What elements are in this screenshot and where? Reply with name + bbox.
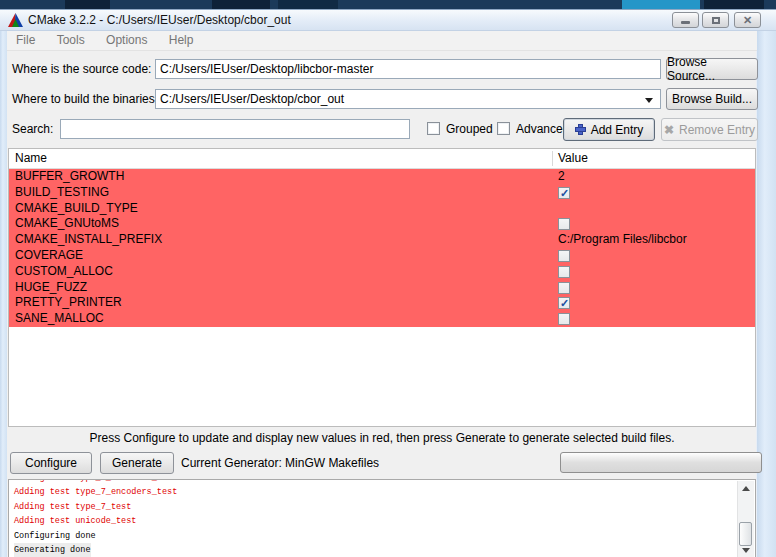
- cache-entry-value[interactable]: C:/Program Files/libcbor: [558, 232, 687, 248]
- cmake-logo-icon: [8, 13, 23, 28]
- menu-file[interactable]: File: [7, 31, 44, 50]
- generate-button[interactable]: Generate: [100, 452, 174, 474]
- configure-button[interactable]: Configure: [10, 452, 92, 474]
- window-title: CMake 3.2.2 - C:/Users/IEUser/Desktop/cb…: [28, 10, 291, 31]
- configure-label: Configure: [25, 456, 77, 470]
- log-scrollbar[interactable]: [737, 481, 754, 557]
- desktop-edge-segment: [704, 0, 764, 9]
- cache-entry-row[interactable]: HUGE_FUZZ: [9, 280, 755, 296]
- cache-entry-name: CMAKE_GNUtoMS: [15, 216, 119, 232]
- browse-build-label: Browse Build...: [672, 92, 752, 106]
- menu-bar: File Tools Options Help: [7, 31, 757, 51]
- cache-entry-row[interactable]: BUFFER_GROWTH2: [9, 169, 755, 185]
- cache-entry-name: SANE_MALLOC: [15, 311, 104, 327]
- cache-entry-row[interactable]: PRETTY_PRINTER: [9, 295, 755, 311]
- log-line: Adding test type_7_encoders_test: [14, 485, 177, 499]
- browse-source-button[interactable]: Browse Source...: [666, 58, 758, 80]
- desktop-edge-segment: [212, 0, 270, 9]
- advanced-label[interactable]: Advanced: [516, 119, 569, 139]
- close-icon: ✕: [743, 15, 752, 26]
- down-arrow-icon: [742, 548, 750, 553]
- value-checkbox-unchecked[interactable]: [558, 250, 570, 262]
- build-path-combobox[interactable]: C:/Users/IEUser/Desktop/cbor_out: [155, 89, 661, 109]
- dropdown-arrow-icon[interactable]: [645, 98, 653, 103]
- log-line: Configuring done: [14, 529, 96, 543]
- build-binaries-label: Where to build the binaries:: [12, 89, 158, 109]
- search-input[interactable]: [60, 119, 410, 139]
- log-lines: Adding test type_6_encoders_testAdding t…: [14, 482, 735, 557]
- cache-entry-row[interactable]: CUSTOM_ALLOC: [9, 264, 755, 280]
- value-checkbox-unchecked[interactable]: [558, 218, 570, 230]
- cmake-gui-window: CMake 3.2.2 - C:/Users/IEUser/Desktop/cb…: [0, 0, 776, 557]
- window-frame-left: [0, 31, 7, 557]
- maximize-button[interactable]: [702, 12, 729, 28]
- cache-rows: BUFFER_GROWTH2BUILD_TESTINGCMAKE_BUILD_T…: [9, 169, 755, 327]
- progress-bar: [560, 452, 762, 473]
- add-entry-button[interactable]: Add Entry: [563, 118, 655, 141]
- build-path-value: C:/Users/IEUser/Desktop/cbor_out: [160, 92, 344, 106]
- search-label: Search:: [12, 119, 53, 139]
- minimize-icon: [681, 21, 690, 24]
- cache-entry-row[interactable]: CMAKE_BUILD_TYPE: [9, 201, 755, 217]
- log-line: Adding test type_7_test: [14, 500, 131, 514]
- cache-entry-row[interactable]: CMAKE_INSTALL_PREFIXC:/Program Files/lib…: [9, 232, 755, 248]
- cache-entry-name: COVERAGE: [15, 248, 83, 264]
- value-checkbox-unchecked[interactable]: [558, 282, 570, 294]
- advanced-checkbox[interactable]: [497, 122, 510, 135]
- generate-label: Generate: [112, 456, 162, 470]
- output-log[interactable]: Adding test type_6_encoders_testAdding t…: [8, 479, 756, 557]
- remove-entry-label: Remove Entry: [679, 123, 755, 137]
- column-header-name[interactable]: Name: [15, 149, 47, 168]
- column-header-value[interactable]: Value: [558, 149, 588, 168]
- cache-table-header: Name Value: [9, 149, 755, 169]
- cache-entry-name: CUSTOM_ALLOC: [15, 264, 113, 280]
- browse-build-button[interactable]: Browse Build...: [666, 88, 758, 110]
- scroll-down-button[interactable]: [738, 543, 754, 557]
- grouped-label[interactable]: Grouped: [446, 119, 493, 139]
- cache-table[interactable]: Name Value BUFFER_GROWTH2BUILD_TESTINGCM…: [8, 148, 756, 427]
- source-code-label: Where is the source code:: [12, 59, 151, 79]
- cache-entry-row[interactable]: COVERAGE: [9, 248, 755, 264]
- up-arrow-icon: [742, 486, 750, 491]
- x-icon: ✖: [664, 123, 674, 137]
- current-generator-text: Current Generator: MinGW Makefiles: [181, 452, 379, 474]
- scroll-up-button[interactable]: [738, 481, 754, 495]
- value-checkbox-checked[interactable]: [558, 187, 570, 199]
- cache-entry-row[interactable]: BUILD_TESTING: [9, 185, 755, 201]
- close-button[interactable]: ✕: [734, 12, 761, 28]
- minimize-button[interactable]: [672, 12, 699, 28]
- maximize-icon: [712, 17, 720, 24]
- cache-entry-value: [558, 311, 570, 330]
- log-line: Generating done: [14, 543, 91, 557]
- plus-icon: [575, 124, 586, 135]
- browse-source-label: Browse Source...: [667, 55, 757, 83]
- value-checkbox-unchecked[interactable]: [558, 266, 570, 278]
- value-checkbox-unchecked[interactable]: [558, 313, 570, 325]
- cache-entry-name: CMAKE_BUILD_TYPE: [15, 201, 138, 217]
- desktop-edge-segment: [622, 0, 700, 9]
- source-path-input[interactable]: [155, 59, 661, 79]
- column-divider[interactable]: [552, 151, 553, 166]
- remove-entry-button: ✖ Remove Entry: [661, 118, 758, 141]
- grouped-checkbox[interactable]: [427, 122, 440, 135]
- cache-entry-name: HUGE_FUZZ: [15, 280, 87, 296]
- window-frame-right: [756, 31, 776, 557]
- menu-options[interactable]: Options: [97, 31, 156, 50]
- desktop-edge-segment: [278, 0, 338, 9]
- log-line: Adding test unicode_test: [14, 514, 136, 528]
- configure-hint-text: Press Configure to update and display ne…: [8, 431, 756, 445]
- menu-tools[interactable]: Tools: [48, 31, 94, 50]
- menu-help[interactable]: Help: [160, 31, 203, 50]
- desktop-edge-segment: [65, 0, 110, 9]
- add-entry-label: Add Entry: [591, 123, 644, 137]
- cache-entry-name: CMAKE_INSTALL_PREFIX: [15, 232, 162, 248]
- cache-entry-name: BUILD_TESTING: [15, 185, 109, 201]
- cache-entry-name: BUFFER_GROWTH: [15, 169, 124, 185]
- cache-entry-value[interactable]: 2: [558, 169, 565, 185]
- desktop-edge: [0, 0, 776, 9]
- cache-entry-row[interactable]: SANE_MALLOC: [9, 311, 755, 327]
- value-checkbox-checked[interactable]: [558, 297, 570, 309]
- title-bar[interactable]: CMake 3.2.2 - C:/Users/IEUser/Desktop/cb…: [0, 9, 776, 31]
- cache-entry-row[interactable]: CMAKE_GNUtoMS: [9, 216, 755, 232]
- cache-entry-name: PRETTY_PRINTER: [15, 295, 122, 311]
